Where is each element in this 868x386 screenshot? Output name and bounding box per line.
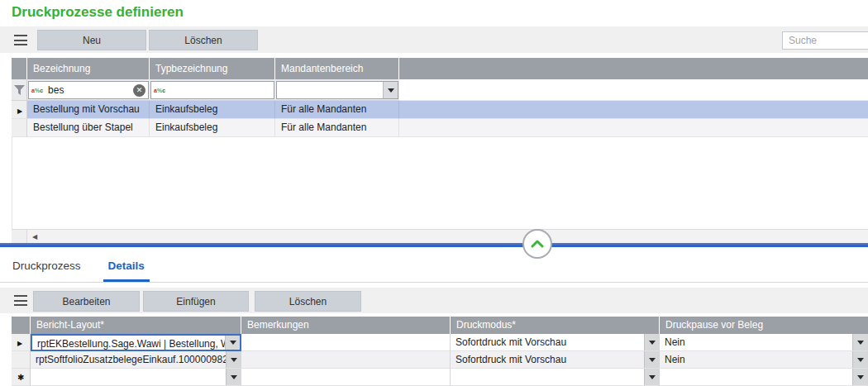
loeschen-button[interactable]: Löschen — [149, 30, 258, 50]
cell-mandantenbereich[interactable]: Für alle Mandanten — [275, 119, 399, 137]
einfuegen-button[interactable]: Einfügen — [143, 291, 249, 312]
filter-input-typbezeichnung[interactable]: a%c — [150, 81, 274, 99]
caret-down-icon — [857, 341, 864, 345]
bemerkungen-cell[interactable] — [241, 369, 451, 386]
druckmodus-cell[interactable] — [451, 369, 660, 386]
druckmodus-value[interactable] — [451, 369, 644, 385]
tab-details[interactable]: Details — [103, 258, 150, 282]
filter-mode-icon[interactable]: a%c — [29, 88, 45, 93]
column-header-bemerkungen[interactable]: Bemerkungen — [241, 317, 451, 334]
clear-filter-icon[interactable]: ✕ — [133, 84, 145, 97]
loeschen-button[interactable]: Löschen — [255, 291, 361, 312]
druckmodus-cell[interactable]: Sofortdruck mit Vorschau — [451, 351, 660, 369]
filter-input-bezeichnung[interactable]: a%c bes ✕ — [28, 81, 149, 99]
scroll-left-arrow-icon[interactable]: ◀ — [27, 230, 42, 244]
column-header-druckpause[interactable]: Druckpause vor Beleg — [660, 317, 868, 334]
row-indicator-header — [12, 58, 27, 79]
filter-row: a%c bes ✕ a%c — [12, 79, 868, 101]
cell-typbezeichnung[interactable]: Einkaufsbeleg — [150, 101, 275, 119]
dropdown-button[interactable] — [226, 351, 241, 368]
row-indicator — [12, 351, 31, 369]
column-header-bezeichnung[interactable]: Bezeichnung — [27, 58, 150, 79]
chevron-up-icon — [531, 240, 544, 248]
column-header-druckmodus[interactable]: Druckmodus* — [451, 317, 660, 334]
menu-icon[interactable] — [14, 35, 27, 45]
filter-dropdown-mandantenbereich[interactable] — [276, 81, 398, 99]
dropdown-button[interactable] — [225, 336, 240, 350]
bericht-layout-cell[interactable]: rptSoftfolioZusatzbelegeEinkauf.10000098… — [31, 351, 241, 369]
current-row-marker-icon: ▶ — [17, 340, 22, 347]
table-row[interactable]: rptSoftfolioZusatzbelegeEinkauf.10000098… — [12, 351, 868, 369]
tabs-divider — [0, 282, 868, 283]
caret-down-icon — [231, 375, 237, 379]
cell-mandantenbereich[interactable]: Für alle Mandanten — [275, 101, 399, 119]
neu-button[interactable]: Neu — [37, 30, 146, 50]
dropdown-button[interactable] — [852, 334, 867, 350]
druckpause-cell[interactable] — [660, 369, 868, 386]
grid-header-row: Bezeichnung Typbezeichnung Mandantenbere… — [12, 58, 868, 79]
caret-down-icon — [230, 341, 236, 345]
filter-mode-icon[interactable]: a%c — [151, 88, 167, 93]
bericht-layout-value[interactable]: rptSoftfolioZusatzbelegeEinkauf.10000098… — [31, 351, 226, 368]
table-row[interactable]: Bestellung über Stapel Einkaufsbeleg Für… — [12, 119, 868, 137]
column-header-typbezeichnung[interactable]: Typbezeichnung — [150, 58, 275, 79]
dropdown-button[interactable] — [852, 369, 867, 385]
filter-cell-mandantenbereich — [275, 79, 399, 101]
table-row[interactable]: ▶ Bestellung mit Vorschau Einkaufsbeleg … — [12, 101, 868, 119]
dropdown-button[interactable] — [383, 82, 398, 98]
cell-bezeichnung[interactable]: Bestellung über Stapel — [27, 119, 150, 137]
caret-down-icon — [649, 358, 656, 362]
bericht-layout-value[interactable] — [31, 369, 226, 385]
dropdown-button[interactable] — [644, 369, 659, 385]
bemerkungen-cell[interactable] — [241, 334, 451, 351]
dropdown-button[interactable] — [852, 351, 867, 368]
horizontal-scrollbar[interactable]: ◀ — [12, 229, 868, 244]
druckpause-value[interactable] — [660, 369, 852, 385]
druckmodus-value[interactable]: Sofortdruck mit Vorschau — [451, 351, 644, 368]
details-toolbar: Bearbeiten Einfügen Löschen — [0, 288, 868, 313]
search-input[interactable] — [782, 31, 868, 50]
cell-bezeichnung[interactable]: Bestellung mit Vorschau — [27, 101, 150, 119]
bearbeiten-button[interactable]: Bearbeiten — [33, 291, 140, 312]
druckprozesse-grid: Bezeichnung Typbezeichnung Mandantenbere… — [12, 58, 868, 244]
bericht-layout-cell[interactable]: rptEKBestellung.Sage.Wawi | Bestellung, … — [31, 334, 241, 351]
dropdown-button[interactable] — [226, 369, 241, 385]
druckmodus-cell[interactable]: Sofortdruck mit Vorschau — [451, 334, 660, 351]
row-indicator — [12, 119, 27, 137]
druckpause-cell[interactable]: Nein — [660, 351, 868, 369]
dropdown-button[interactable] — [644, 351, 659, 368]
bemerkungen-cell[interactable] — [241, 351, 451, 369]
tab-druckprozess[interactable]: Druckprozess — [12, 258, 82, 282]
filter-value[interactable]: bes — [45, 84, 133, 96]
row-indicator: ✱ — [12, 369, 31, 386]
table-row[interactable]: ▶ rptEKBestellung.Sage.Wawi | Bestellung… — [12, 334, 868, 351]
row-indicator-header — [12, 317, 31, 334]
cell-typbezeichnung[interactable]: Einkaufsbeleg — [150, 119, 275, 137]
menu-icon[interactable] — [14, 295, 27, 306]
bericht-layout-cell[interactable] — [31, 369, 241, 386]
filter-filler — [399, 79, 868, 101]
row-indicator: ▶ — [12, 101, 27, 119]
splitter-bar[interactable] — [0, 243, 868, 247]
druckpause-cell[interactable]: Nein — [660, 334, 868, 351]
caret-down-icon — [857, 358, 864, 362]
splitter-collapse-button[interactable] — [522, 229, 552, 259]
dropdown-button[interactable] — [644, 334, 659, 350]
new-row[interactable]: ✱ — [12, 369, 868, 386]
column-header-mandantenbereich[interactable]: Mandantenbereich — [275, 58, 399, 79]
filter-cell-typbezeichnung: a%c — [150, 79, 275, 101]
detail-tabs: Druckprozess Details — [12, 258, 150, 282]
cell-filler[interactable] — [399, 119, 868, 137]
cell-filler[interactable] — [399, 101, 868, 119]
druckpause-value[interactable]: Nein — [660, 334, 852, 350]
druckmodus-value[interactable]: Sofortdruck mit Vorschau — [451, 334, 644, 350]
top-toolbar: Neu Löschen — [0, 26, 868, 53]
filter-cell-bezeichnung: a%c bes ✕ — [27, 79, 150, 101]
filter-funnel-icon[interactable] — [12, 79, 27, 101]
caret-down-icon — [857, 375, 864, 379]
scrollbar-track[interactable] — [42, 230, 868, 244]
current-row-marker-icon: ▶ — [17, 107, 22, 115]
column-header-bericht-layout[interactable]: Bericht-Layout* — [31, 317, 241, 334]
druckpause-value[interactable]: Nein — [660, 351, 852, 368]
bericht-layout-value[interactable]: rptEKBestellung.Sage.Wawi | Bestellung, … — [32, 336, 225, 350]
